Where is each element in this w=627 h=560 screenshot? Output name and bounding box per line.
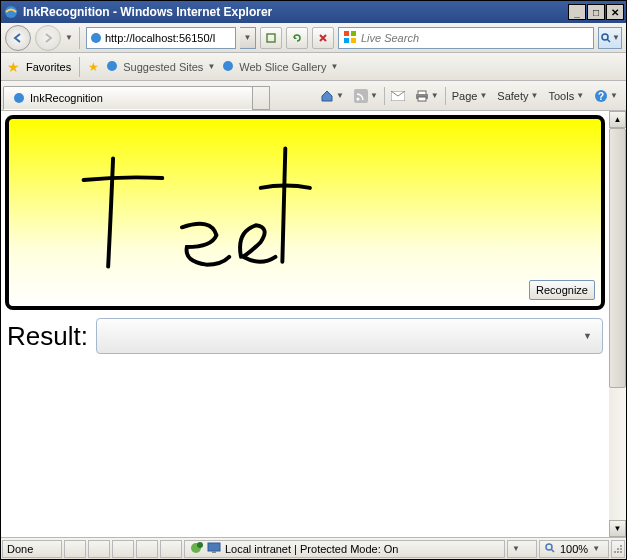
status-cell: [88, 540, 110, 558]
svg-point-11: [14, 93, 24, 103]
search-input[interactable]: [361, 32, 589, 44]
status-zone-text: Local intranet | Protected Mode: On: [225, 543, 398, 555]
close-button[interactable]: ✕: [606, 4, 624, 20]
window-buttons: _ □ ✕: [567, 4, 624, 20]
zoom-icon: [544, 542, 556, 556]
page-menu[interactable]: Page▼: [448, 85, 492, 107]
svg-point-10: [223, 61, 233, 71]
svg-point-26: [620, 545, 622, 547]
browser-window: InkRecognition - Windows Internet Explor…: [0, 0, 627, 560]
search-go-button[interactable]: ▼: [598, 27, 622, 49]
svg-point-31: [620, 551, 622, 553]
compat-view-button[interactable]: [260, 27, 282, 49]
suggested-sites-link[interactable]: Suggested Sites ▼: [105, 59, 215, 75]
status-done: Done: [2, 540, 62, 558]
result-label: Result:: [7, 321, 88, 352]
vertical-scrollbar[interactable]: ▲ ▼: [609, 111, 626, 537]
scroll-up-button[interactable]: ▲: [609, 111, 626, 128]
svg-point-1: [91, 33, 101, 43]
status-cell: [64, 540, 86, 558]
result-dropdown[interactable]: ▼: [96, 318, 603, 354]
tab-bar: InkRecognition ▼ ▼ ▼ Page▼ Safety▼ Tools…: [1, 81, 626, 111]
bing-icon: [343, 30, 357, 46]
ink-canvas[interactable]: Recognize: [5, 115, 605, 310]
add-favorite-icon[interactable]: ★: [88, 60, 99, 74]
svg-line-8: [607, 39, 610, 42]
svg-rect-4: [351, 31, 356, 36]
status-zone: Local intranet | Protected Mode: On: [184, 540, 505, 558]
svg-rect-22: [208, 543, 220, 551]
svg-rect-6: [351, 38, 356, 43]
ie-icon: [105, 59, 119, 75]
chevron-down-icon: ▼: [331, 62, 339, 71]
chevron-down-icon: ▼: [583, 331, 592, 341]
tab-inkrecognition[interactable]: InkRecognition: [3, 86, 253, 110]
favorites-star-icon[interactable]: ★: [7, 59, 20, 75]
status-cell: [136, 540, 158, 558]
tools-menu[interactable]: Tools▼: [544, 85, 588, 107]
resize-grip[interactable]: [611, 540, 625, 558]
search-box[interactable]: [338, 27, 594, 49]
url-dropdown[interactable]: ▼: [240, 27, 256, 49]
nav-history-dropdown[interactable]: ▼: [65, 33, 73, 42]
ink-strokes: [9, 119, 601, 306]
zoom-level: 100%: [560, 543, 588, 555]
svg-rect-2: [267, 34, 275, 42]
svg-point-9: [107, 61, 117, 71]
home-button[interactable]: ▼: [316, 85, 348, 107]
separator: [79, 57, 80, 77]
status-cell: [112, 540, 134, 558]
tab-title: InkRecognition: [30, 92, 103, 104]
help-button[interactable]: ?▼: [590, 85, 622, 107]
window-title: InkRecognition - Windows Internet Explor…: [23, 5, 567, 19]
maximize-button[interactable]: □: [587, 4, 605, 20]
monitor-icon: [207, 541, 221, 557]
ie-page-icon: [89, 31, 103, 45]
svg-rect-23: [212, 551, 216, 553]
minimize-button[interactable]: _: [568, 4, 586, 20]
status-security[interactable]: ▼: [507, 540, 537, 558]
scroll-track[interactable]: [609, 388, 626, 520]
titlebar: InkRecognition - Windows Internet Explor…: [1, 1, 626, 23]
svg-point-27: [617, 548, 619, 550]
svg-point-30: [617, 551, 619, 553]
address-bar[interactable]: [86, 27, 236, 49]
forward-button[interactable]: [35, 25, 61, 51]
svg-rect-17: [418, 97, 426, 101]
ie-icon: [3, 4, 19, 20]
svg-line-25: [551, 549, 554, 552]
chevron-down-icon: ▼: [207, 62, 215, 71]
favorites-label[interactable]: Favorites: [26, 61, 71, 73]
safety-menu[interactable]: Safety▼: [493, 85, 542, 107]
scroll-thumb[interactable]: [609, 128, 626, 388]
zoom-control[interactable]: 100% ▼: [539, 540, 609, 558]
stop-button[interactable]: [312, 27, 334, 49]
svg-point-21: [197, 542, 203, 548]
page-body: Recognize Result: ▼: [1, 111, 609, 537]
read-mail-button[interactable]: [387, 85, 409, 107]
print-button[interactable]: ▼: [411, 85, 443, 107]
svg-rect-5: [344, 38, 349, 43]
status-cell: [160, 540, 182, 558]
ie-icon: [221, 59, 235, 75]
content-area: Recognize Result: ▼ ▲ ▼: [1, 111, 626, 537]
favorites-bar: ★ Favorites ★ Suggested Sites ▼ Web Slic…: [1, 53, 626, 81]
svg-point-29: [614, 551, 616, 553]
globe-icon: [189, 541, 203, 557]
ie-page-icon: [12, 91, 26, 105]
feeds-button[interactable]: ▼: [350, 85, 382, 107]
command-bar: ▼ ▼ ▼ Page▼ Safety▼ Tools▼ ?▼: [270, 85, 626, 107]
new-tab-button[interactable]: [252, 86, 270, 110]
scroll-down-button[interactable]: ▼: [609, 520, 626, 537]
nav-toolbar: ▼ ▼ ▼: [1, 23, 626, 53]
url-input[interactable]: [105, 32, 233, 44]
refresh-button[interactable]: [286, 27, 308, 49]
back-button[interactable]: [5, 25, 31, 51]
svg-point-28: [620, 548, 622, 550]
result-row: Result: ▼: [1, 314, 609, 358]
suggested-sites-label: Suggested Sites: [123, 61, 203, 73]
recognize-button[interactable]: Recognize: [529, 280, 595, 300]
svg-rect-3: [344, 31, 349, 36]
separator: [79, 27, 80, 49]
web-slice-gallery-link[interactable]: Web Slice Gallery ▼: [221, 59, 338, 75]
